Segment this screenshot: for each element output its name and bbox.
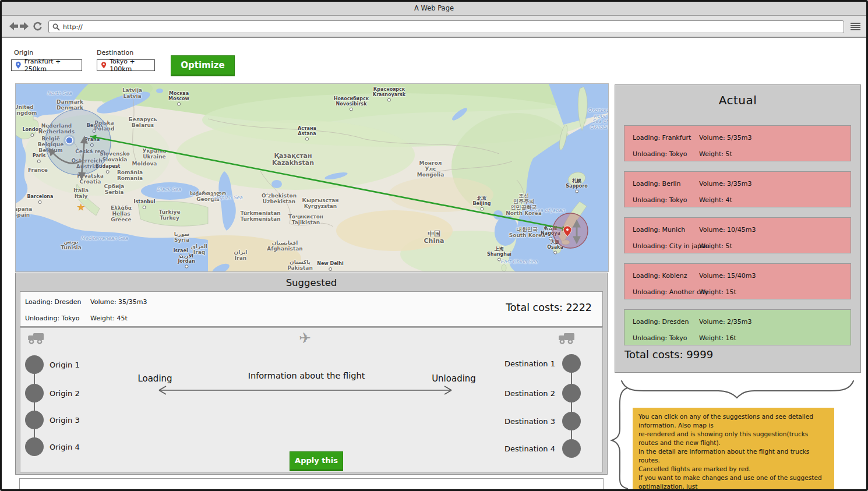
origin-label: Origin [14, 49, 33, 56]
card-text: Volume: 10/45m3 [699, 226, 756, 234]
destination-node[interactable] [562, 354, 581, 373]
card-text: Weight: 4t [699, 196, 732, 204]
suggestion-scroll-placeholder[interactable] [19, 478, 604, 490]
actual-card[interactable]: Loading: FrankfurtVolume: 5/35m3Unloadin… [624, 125, 851, 161]
suggested-weight: Weight: 45t [90, 315, 128, 322]
back-arrow-icon[interactable] [9, 22, 18, 31]
origin-node-label: Origin 2 [50, 389, 80, 398]
card-text: Loading: Munich [633, 226, 685, 234]
url-text: http:// [63, 23, 83, 31]
destination-item: Destination 3 [504, 412, 581, 430]
card-text: Weight: 5t [699, 150, 732, 158]
actual-panel: Actual Loading: FrankfurtVolume: 5/35m3U… [615, 84, 861, 373]
card-text: Volume: 5/35m3 [699, 134, 752, 142]
card-text: Loading: Koblenz [633, 272, 687, 280]
actual-card[interactable]: Loading: KoblenzVolume: 15/40m3Unloading… [624, 263, 851, 299]
blue-pin-icon [16, 61, 21, 69]
red-pin-icon [101, 61, 106, 69]
destination-node[interactable] [562, 412, 581, 430]
window-title: A Web Page [2, 2, 866, 16]
url-bar[interactable]: http:// [48, 20, 844, 33]
card-text: Unloading: City in japan [633, 242, 710, 250]
destination-item: Destination 4 [504, 439, 581, 458]
origin-node[interactable] [25, 437, 44, 456]
origin-item: Origin 4 [25, 437, 80, 456]
origin-connector-line [34, 365, 35, 447]
origin-node[interactable] [25, 355, 44, 374]
card-text: Volume: 2/35m3 [699, 318, 752, 326]
unloading-arrow-label: Unloading [432, 373, 476, 384]
actual-card[interactable]: Loading: DresdenVolume: 2/35m3Unloading:… [624, 309, 851, 345]
origin-item: Origin 1 [25, 355, 80, 374]
card-text: Loading: Berlin [633, 180, 681, 188]
actual-total-costs: Total costs: 9999 [624, 348, 713, 361]
origin-input[interactable]: Frankfurt + 250km [11, 59, 82, 71]
suggested-volume: Volume: 35/35m3 [90, 298, 147, 306]
card-text: Unloading: Tokyo [633, 150, 687, 158]
browser-window: A Web Page http:// Origin Destination Fr… [0, 0, 868, 491]
optimize-button[interactable]: Optimize [171, 55, 235, 76]
forward-arrow-icon[interactable] [20, 22, 29, 31]
truck-icon [558, 332, 576, 345]
route-map[interactable]: North SeaUnited KingdomDanmark DenmarkLa… [15, 83, 609, 272]
origin-item: Origin 2 [25, 384, 80, 402]
suggested-title: Suggested [16, 277, 607, 288]
destination-item: Destination 2 [504, 384, 581, 402]
destination-node-label: Destination 3 [504, 417, 555, 426]
actual-card-list: Loading: FrankfurtVolume: 5/35m3Unloadin… [624, 125, 851, 355]
refresh-icon[interactable] [33, 22, 42, 31]
flight-info-label: Information about the flight [248, 371, 365, 380]
actual-title: Actual [615, 93, 860, 107]
origin-node-label: Origin 3 [50, 416, 80, 425]
card-text: Loading: Frankfurt [633, 134, 691, 142]
actual-card[interactable]: Loading: BerlinVolume: 3/35m3Unloading: … [624, 171, 851, 207]
destination-node-label: Destination 1 [504, 359, 555, 368]
origin-node-label: Origin 1 [50, 361, 80, 369]
destination-node-label: Destination 2 [504, 389, 555, 398]
card-text: Weight: 15t [699, 288, 736, 296]
suggested-diagram: ✈ Origin 1Origin 2Origin 3Origin 4 Desti… [20, 327, 603, 472]
card-text: Volume: 3/35m3 [699, 180, 752, 188]
destination-value: Tokyo + 100km [110, 58, 150, 73]
origin-item: Origin 3 [25, 411, 80, 429]
search-icon [52, 23, 60, 31]
destination-connector-line [571, 363, 572, 448]
suggested-loading: Loading: Dresden [25, 298, 82, 306]
destination-label: Destination [97, 49, 133, 56]
destination-input[interactable]: Tokyo + 100km [97, 59, 155, 71]
origin-node[interactable] [25, 411, 44, 429]
card-text: Weight: 5t [699, 242, 732, 250]
annotation-note: You can click on any of the suggestions … [633, 408, 834, 491]
card-text: Unloading: Another city [633, 288, 708, 296]
card-text: Unloading: Tokyo [633, 334, 687, 342]
map-base [16, 84, 608, 271]
card-text: Volume: 15/40m3 [699, 272, 756, 280]
card-text: Loading: Dresden [633, 318, 689, 326]
horizontal-brace [622, 381, 853, 398]
suggested-panel: Suggested Loading: Dresden Volume: 35/35… [15, 273, 608, 475]
plane-icon: ✈ [299, 330, 311, 347]
browser-toolbar: http:// [2, 16, 866, 38]
loading-arrow-label: Loading [137, 373, 172, 384]
destination-node[interactable] [562, 384, 581, 402]
vertical-brace [612, 388, 627, 489]
suggested-unloading: Unloading: Tokyo [25, 315, 80, 322]
destination-node[interactable] [562, 439, 581, 458]
actual-card[interactable]: Loading: MunichVolume: 10/45m3Unloading:… [624, 217, 851, 253]
suggested-total-costs: Total costs: 2222 [506, 302, 592, 313]
card-text: Weight: 16t [699, 334, 736, 342]
origin-node-label: Origin 4 [50, 443, 80, 451]
truck-icon [27, 332, 45, 345]
suggested-detail-bar[interactable]: Loading: Dresden Volume: 35/35m3 Unloadi… [20, 291, 603, 327]
apply-this-button[interactable]: Apply this [290, 451, 343, 471]
destination-item: Destination 1 [504, 354, 581, 373]
hamburger-menu-icon[interactable] [851, 23, 860, 30]
card-text: Unloading: Tokyo [633, 196, 687, 204]
origin-value: Frankfurt + 250km [24, 58, 77, 73]
destination-node-label: Destination 4 [504, 444, 555, 453]
origin-node[interactable] [25, 384, 44, 402]
